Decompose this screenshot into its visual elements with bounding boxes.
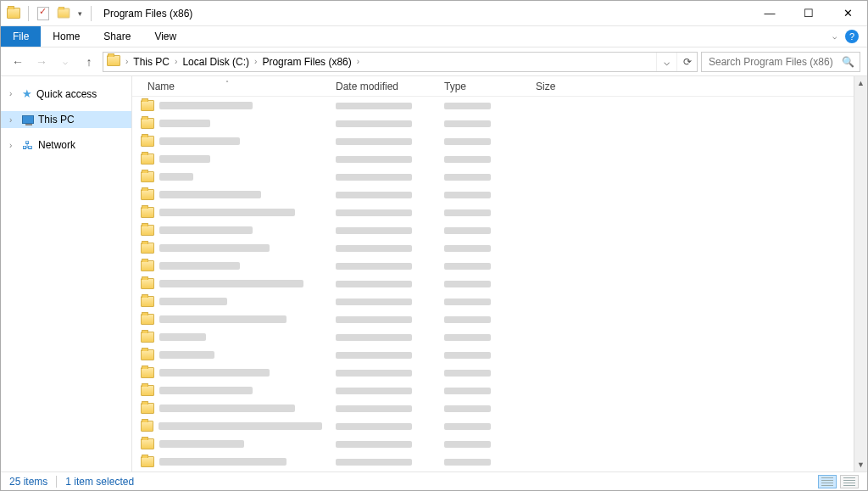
ribbon-file-tab[interactable]: File xyxy=(1,26,41,47)
ribbon-expand-button[interactable]: ⌵ xyxy=(829,32,840,41)
file-row-blurred[interactable] xyxy=(132,399,867,417)
file-row-blurred[interactable] xyxy=(132,150,867,168)
refresh-button[interactable]: ⟳ xyxy=(676,53,697,71)
folder-icon xyxy=(141,189,154,200)
breadcrumb[interactable]: This PC xyxy=(130,56,173,68)
search-input[interactable] xyxy=(707,55,842,69)
folder-icon xyxy=(141,438,154,449)
nav-back-button[interactable]: ← xyxy=(8,52,28,72)
file-row-blurred[interactable] xyxy=(132,275,867,293)
window-title: Program Files (x86) xyxy=(98,8,192,20)
ribbon: File Home Share View ⌵ ? xyxy=(1,26,867,47)
properties-button[interactable] xyxy=(34,4,53,23)
quick-access-icon: ★ xyxy=(22,87,32,100)
chevron-right-icon[interactable]: › xyxy=(253,57,259,66)
file-row-blurred[interactable] xyxy=(132,97,867,114)
tree-label: This PC xyxy=(38,114,75,126)
close-button[interactable]: ✕ xyxy=(828,1,867,26)
tree-label: Quick access xyxy=(36,88,97,100)
column-type[interactable]: Type xyxy=(437,81,529,92)
maximize-button[interactable]: ☐ xyxy=(789,1,828,26)
address-bar[interactable]: › This PC › Local Disk (C:) › Program Fi… xyxy=(103,52,698,72)
scroll-up-button[interactable]: ▲ xyxy=(854,76,867,90)
file-row-blurred[interactable] xyxy=(132,453,867,471)
folder-icon xyxy=(141,153,154,165)
folder-icon xyxy=(141,403,154,414)
tree-quick-access[interactable]: › ★ Quick access xyxy=(1,85,131,103)
file-row-blurred[interactable] xyxy=(132,310,867,328)
nav-up-button[interactable]: ↑ xyxy=(79,52,99,72)
file-row-blurred[interactable] xyxy=(132,221,867,239)
qat-customize-button[interactable]: ▾ xyxy=(75,9,86,18)
chevron-right-icon[interactable]: › xyxy=(173,57,179,66)
tree-this-pc[interactable]: › This PC xyxy=(1,111,131,128)
folder-icon xyxy=(141,456,154,467)
folder-icon xyxy=(141,171,154,182)
folder-icon xyxy=(141,243,154,254)
column-size[interactable]: Size xyxy=(529,81,588,92)
folder-icon xyxy=(141,296,154,307)
column-name[interactable]: Name ˄ xyxy=(132,81,329,92)
minimize-button[interactable]: ― xyxy=(750,1,789,26)
file-row-blurred[interactable] xyxy=(132,435,867,453)
file-row-blurred[interactable] xyxy=(132,239,867,257)
folder-icon xyxy=(141,260,154,271)
address-dropdown-button[interactable]: ⌵ xyxy=(656,53,676,71)
folder-icon xyxy=(141,136,154,147)
chevron-right-icon[interactable]: › xyxy=(9,89,18,98)
navigation-tree: › ★ Quick access › This PC › 🖧 Network xyxy=(1,76,132,471)
file-row-blurred[interactable] xyxy=(132,471,867,471)
folder-icon xyxy=(141,225,154,236)
tree-network[interactable]: › 🖧 Network xyxy=(1,137,131,153)
file-row-blurred[interactable] xyxy=(132,364,867,382)
file-row-blurred[interactable] xyxy=(132,132,867,150)
search-icon: 🔍 xyxy=(842,56,854,68)
folder-icon xyxy=(141,314,154,325)
folder-icon xyxy=(141,118,154,129)
view-large-icons-button[interactable] xyxy=(840,475,859,488)
ribbon-tab-view[interactable]: View xyxy=(142,26,188,47)
vertical-scrollbar[interactable]: ▲ ▼ xyxy=(854,76,867,471)
app-folder-icon xyxy=(4,4,23,23)
file-row-blurred[interactable] xyxy=(132,204,867,221)
folder-icon xyxy=(141,367,154,378)
status-selected: 1 item selected xyxy=(65,476,134,488)
titlebar: ▾ Program Files (x86) ― ☐ ✕ xyxy=(1,1,867,26)
file-row-blurred[interactable] xyxy=(132,186,867,204)
chevron-right-icon[interactable]: › xyxy=(124,57,130,66)
file-row-blurred[interactable] xyxy=(132,382,867,399)
file-list: Name ˄ Date modified Type Size World of … xyxy=(132,76,867,471)
breadcrumb[interactable]: Program Files (x86) xyxy=(259,56,354,68)
tree-label: Network xyxy=(38,139,75,151)
nav-forward-button[interactable]: → xyxy=(31,52,52,72)
view-details-button[interactable] xyxy=(818,475,837,488)
folder-icon xyxy=(141,332,154,343)
chevron-right-icon[interactable]: › xyxy=(9,141,18,150)
scroll-down-button[interactable]: ▼ xyxy=(854,458,867,471)
column-date[interactable]: Date modified xyxy=(329,81,437,92)
file-row-blurred[interactable] xyxy=(132,293,867,310)
nav-recent-button[interactable]: ⌵ xyxy=(55,52,75,72)
chevron-right-icon[interactable]: › xyxy=(9,115,18,125)
file-row-blurred[interactable] xyxy=(132,114,867,132)
help-button[interactable]: ? xyxy=(845,30,859,43)
breadcrumb[interactable]: Local Disk (C:) xyxy=(179,56,253,68)
this-pc-icon xyxy=(22,115,34,124)
search-box[interactable]: 🔍 xyxy=(701,52,860,72)
folder-icon xyxy=(141,421,153,432)
file-row-blurred[interactable] xyxy=(132,257,867,275)
status-bar: 25 items 1 item selected xyxy=(1,471,867,490)
file-row-blurred[interactable] xyxy=(132,328,867,346)
file-row-blurred[interactable] xyxy=(132,417,867,435)
folder-icon xyxy=(141,100,154,111)
chevron-right-icon[interactable]: › xyxy=(355,57,361,66)
address-folder-icon xyxy=(103,55,124,69)
qat-new-folder-icon[interactable] xyxy=(54,4,73,23)
ribbon-tab-home[interactable]: Home xyxy=(41,26,92,47)
folder-icon xyxy=(141,207,154,218)
ribbon-tab-share[interactable]: Share xyxy=(92,26,142,47)
folder-icon xyxy=(141,278,154,289)
file-row-blurred[interactable] xyxy=(132,168,867,186)
file-row-blurred[interactable] xyxy=(132,346,867,364)
network-icon: 🖧 xyxy=(22,139,34,151)
